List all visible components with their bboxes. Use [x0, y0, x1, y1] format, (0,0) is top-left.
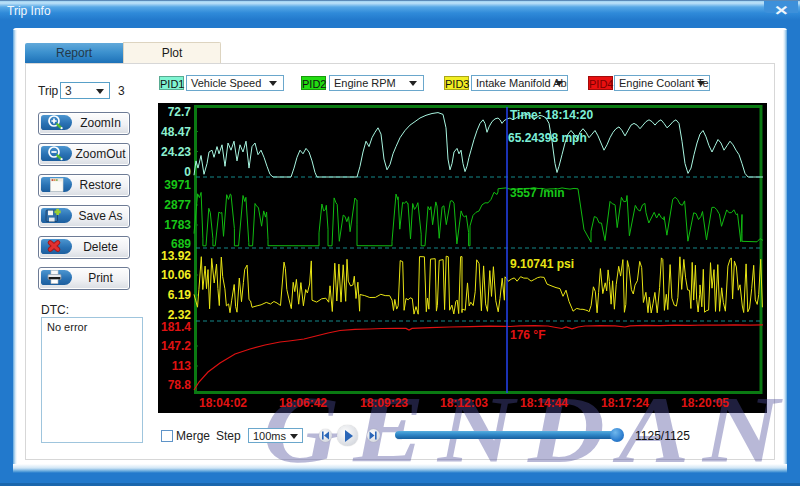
svg-text:78.8: 78.8	[168, 378, 192, 392]
svg-text:24.23: 24.23	[161, 145, 191, 159]
svg-text:176 °F: 176 °F	[510, 328, 545, 342]
svg-text:181.4: 181.4	[161, 320, 191, 334]
svg-text:48.47: 48.47	[161, 125, 191, 139]
svg-text:13.92: 13.92	[161, 249, 191, 263]
svg-text:2877: 2877	[164, 198, 191, 212]
svg-text:0: 0	[184, 165, 191, 179]
svg-text:147.2: 147.2	[161, 339, 191, 353]
svg-text:9.10741 psi: 9.10741 psi	[510, 257, 574, 271]
svg-text:3557 /min: 3557 /min	[510, 186, 565, 200]
svg-text:3971: 3971	[164, 178, 191, 192]
svg-text:10.06: 10.06	[161, 268, 191, 282]
svg-text:65.24398 mph: 65.24398 mph	[508, 131, 587, 145]
svg-text:6.19: 6.19	[168, 288, 192, 302]
svg-text:1783: 1783	[164, 218, 191, 232]
svg-text:Time: 18:14:20: Time: 18:14:20	[510, 108, 593, 122]
svg-text:113: 113	[172, 359, 192, 373]
svg-text:72.7: 72.7	[168, 105, 192, 119]
